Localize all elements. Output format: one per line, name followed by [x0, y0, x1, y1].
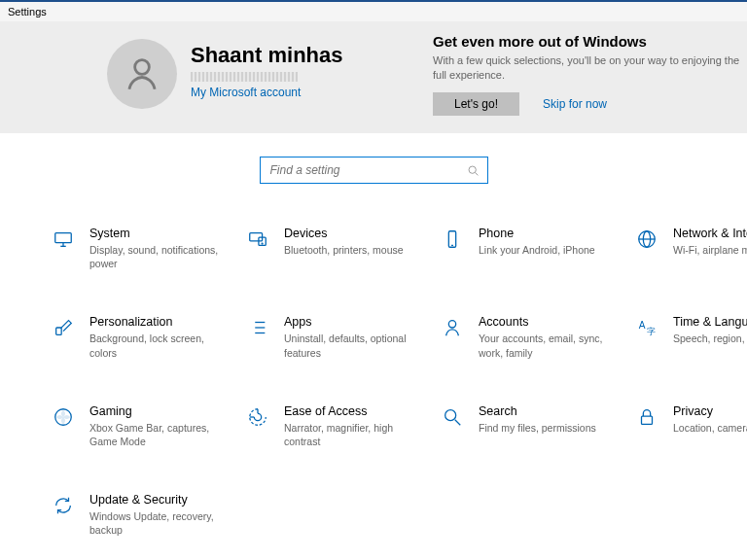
window-title: Settings — [8, 6, 47, 18]
category-desc: Background, lock screen, colors — [89, 332, 231, 359]
settings-grid: SystemDisplay, sound, notifications, pow… — [0, 227, 747, 537]
personalization-icon — [51, 315, 76, 340]
category-title: Ease of Access — [284, 404, 425, 418]
accounts-icon — [440, 315, 465, 340]
search-input[interactable] — [268, 162, 467, 178]
apps-icon — [245, 315, 270, 340]
category-time-language[interactable]: A字 Time & LanguageSpeech, region, date — [634, 315, 747, 359]
category-ease-of-access[interactable]: Ease of AccessNarrator, magnifier, high … — [245, 404, 440, 448]
category-desc: Your accounts, email, sync, work, family — [479, 332, 620, 359]
svg-point-0 — [135, 60, 150, 75]
search-icon — [467, 164, 480, 177]
category-gaming[interactable]: GamingXbox Game Bar, captures, Game Mode — [51, 404, 245, 448]
phone-icon — [440, 227, 465, 252]
category-desc: Windows Update, recovery, backup — [89, 509, 231, 537]
category-network[interactable]: Network & InternetWi-Fi, airplane mode — [634, 227, 747, 270]
category-apps[interactable]: AppsUninstall, defaults, optional featur… — [245, 315, 440, 359]
search-wrap — [0, 157, 747, 184]
category-title: Update & Security — [89, 493, 231, 507]
privacy-icon — [634, 404, 659, 430]
category-title: Devices — [284, 227, 404, 240]
category-desc: Link your Android, iPhone — [479, 243, 595, 257]
lets-go-button[interactable]: Let's go! — [433, 92, 519, 116]
category-privacy[interactable]: PrivacyLocation, camera, — [634, 404, 747, 448]
search-box[interactable] — [260, 157, 488, 184]
svg-text:A: A — [639, 320, 646, 331]
promo-title: Get even more out of Windows — [433, 33, 747, 50]
category-title: Personalization — [89, 315, 231, 329]
devices-icon — [245, 227, 270, 252]
category-desc: Find my files, permissions — [479, 421, 596, 435]
category-title: System — [89, 227, 231, 240]
network-icon — [634, 227, 659, 252]
category-title: Network & Internet — [673, 227, 747, 240]
category-accounts[interactable]: AccountsYour accounts, email, sync, work… — [440, 315, 634, 359]
time-language-icon: A字 — [634, 315, 659, 340]
category-system[interactable]: SystemDisplay, sound, notifications, pow… — [51, 227, 245, 270]
search-category-icon — [440, 404, 465, 430]
ease-of-access-icon — [245, 404, 270, 430]
category-title: Accounts — [479, 315, 620, 329]
category-title: Privacy — [673, 404, 747, 418]
svg-point-8 — [262, 243, 263, 244]
promo-text: With a few quick selections, you'll be o… — [433, 53, 744, 83]
category-phone[interactable]: PhoneLink your Android, iPhone — [440, 227, 634, 270]
gaming-icon — [51, 404, 76, 430]
category-desc: Uninstall, defaults, optional features — [284, 332, 425, 359]
svg-point-1 — [469, 166, 476, 173]
category-title: Phone — [479, 227, 595, 240]
category-devices[interactable]: DevicesBluetooth, printers, mouse — [245, 227, 440, 270]
category-desc: Wi-Fi, airplane mode — [673, 243, 747, 257]
update-security-icon — [51, 493, 76, 518]
promo-panel: Get even more out of Windows With a few … — [433, 33, 747, 116]
my-microsoft-account-link[interactable]: My Microsoft account — [191, 86, 342, 99]
svg-rect-9 — [448, 231, 455, 248]
category-desc: Speech, region, date — [673, 332, 747, 345]
category-search[interactable]: SearchFind my files, permissions — [440, 404, 634, 448]
svg-rect-27 — [642, 416, 653, 424]
category-title: Apps — [284, 315, 425, 329]
skip-for-now-link[interactable]: Skip for now — [543, 97, 607, 111]
category-desc: Narrator, magnifier, high contrast — [284, 421, 425, 448]
svg-text:字: 字 — [647, 328, 656, 337]
window-titlebar: Settings — [0, 0, 747, 21]
category-title: Search — [479, 404, 596, 418]
category-desc: Display, sound, notifications, power — [89, 243, 231, 270]
header-panel: Shaant minhas My Microsoft account Get e… — [0, 21, 747, 133]
person-icon — [122, 53, 162, 94]
svg-line-2 — [475, 172, 478, 175]
svg-point-25 — [445, 409, 456, 420]
category-title: Time & Language — [673, 315, 747, 329]
category-update-security[interactable]: Update & SecurityWindows Update, recover… — [51, 493, 245, 537]
svg-rect-14 — [56, 328, 62, 334]
category-desc: Bluetooth, printers, mouse — [284, 243, 404, 257]
promo-actions: Let's go! Skip for now — [433, 92, 747, 116]
system-icon — [51, 227, 76, 252]
svg-line-26 — [455, 419, 461, 425]
user-block: Shaant minhas My Microsoft account — [191, 43, 342, 133]
user-email-redacted — [191, 72, 298, 82]
category-desc: Location, camera, — [673, 421, 747, 435]
category-personalization[interactable]: PersonalizationBackground, lock screen, … — [51, 315, 245, 359]
user-avatar[interactable] — [107, 39, 177, 109]
user-name: Shaant minhas — [191, 43, 342, 68]
category-title: Gaming — [89, 404, 231, 418]
svg-point-21 — [448, 321, 455, 328]
category-desc: Xbox Game Bar, captures, Game Mode — [89, 421, 231, 448]
svg-rect-3 — [55, 233, 72, 243]
